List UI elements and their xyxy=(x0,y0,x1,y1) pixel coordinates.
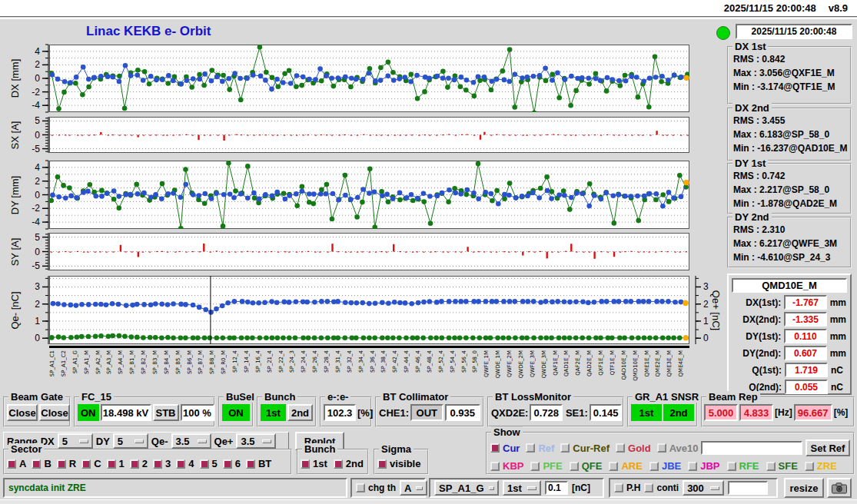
sector-checkbox[interactable]: 5 xyxy=(200,458,218,469)
show-beamline-checkbox[interactable]: ZRE xyxy=(805,460,837,472)
set-ref-button[interactable]: Set Ref xyxy=(806,439,850,456)
dx-plot-canvas[interactable] xyxy=(49,45,689,112)
gr-snsr-2nd-button[interactable]: 2nd xyxy=(663,404,694,421)
checkbox-label: ZRE xyxy=(817,460,837,472)
beam-rep-percent-unit: [%] xyxy=(834,407,849,418)
show-layer-checkbox[interactable]: Cur-Ref xyxy=(560,443,610,454)
stats-dy-1st: DY 1st RMS : 0.742 Max : 2.217@SP_58_0 M… xyxy=(727,163,852,214)
svg-text:1: 1 xyxy=(703,316,709,327)
conti-checkbox[interactable]: conti xyxy=(644,482,679,493)
xaxis-label: SP_B1_M xyxy=(129,350,135,374)
stats-dx-2nd: DX 2nd RMS : 3.455 Max : 6.183@SP_58_0 M… xyxy=(727,108,852,161)
sector-checkbox[interactable]: C xyxy=(81,458,101,469)
show-layer-checkbox[interactable]: Ref xyxy=(526,443,554,454)
bunch-checkbox[interactable]: 1st xyxy=(301,458,327,469)
threshold-input[interactable] xyxy=(545,481,568,495)
svg-text:4: 4 xyxy=(35,162,40,173)
sigma-group: Sigma visible xyxy=(374,449,429,475)
dy-axis-ticks: -4-2024 xyxy=(20,156,49,234)
show-beamline-checkbox[interactable]: SFE xyxy=(766,460,798,472)
min-label: Min : xyxy=(733,252,755,263)
dropdown-indicator xyxy=(416,486,423,490)
se1-value: 0.145 xyxy=(590,404,623,421)
checkbox-indicator xyxy=(7,459,16,469)
resize-button[interactable]: resize xyxy=(784,478,824,498)
sector-checkbox[interactable]: 3 xyxy=(153,458,171,469)
sector-checkbox[interactable]: B xyxy=(32,458,51,469)
bt-lossmonitor-group: BT LossMonitor QXD2E: 0.728 SE1: 0.145 xyxy=(487,396,624,427)
checkbox-label: Gold xyxy=(628,443,651,454)
beam-gate-close-2-button[interactable]: Close xyxy=(39,404,70,421)
show-layer-checkbox[interactable]: Cur xyxy=(490,443,520,454)
xaxis-label: SP_26_4 xyxy=(312,350,318,373)
bunch-2nd-button[interactable]: 2nd xyxy=(287,404,313,421)
monitor-row-value: -1.767 xyxy=(784,295,826,310)
monitor-row-label: DX(1st): xyxy=(732,297,781,308)
sector-checkbox[interactable]: R xyxy=(57,458,76,469)
bunch-1st-button[interactable]: 1st xyxy=(261,404,286,421)
screenshot-button[interactable] xyxy=(827,478,852,498)
device-select[interactable]: SP_A1_G xyxy=(434,480,499,496)
sigma-visible-checkbox[interactable]: visible xyxy=(377,458,420,469)
checkbox-indicator xyxy=(490,462,500,471)
sector-checkbox[interactable]: 4 xyxy=(176,458,194,469)
bunch-select[interactable]: 1st xyxy=(503,480,541,496)
gr-snsr-group: GR_A1 SNSR 1st 2nd xyxy=(627,396,698,427)
show-beamline-checkbox[interactable]: PFE xyxy=(530,460,562,472)
range-qep-select[interactable]: 3.5 xyxy=(236,433,276,449)
ph-checkbox[interactable]: P.H xyxy=(614,482,640,493)
range-qem-select[interactable]: 3.5 xyxy=(171,433,211,449)
fc15-on-button[interactable]: ON xyxy=(78,404,99,421)
sy-plot-canvas[interactable] xyxy=(49,233,689,270)
show-layer-checkbox[interactable]: Gold xyxy=(616,443,651,454)
show-beamline-checkbox[interactable]: JBP xyxy=(688,460,719,472)
checkbox-indicator xyxy=(130,459,139,469)
svg-text:0: 0 xyxy=(35,73,40,84)
beam-gate-close-1-button[interactable]: Close xyxy=(7,404,38,421)
monitor-row: DY(2nd): 0.607 mm xyxy=(732,346,846,360)
qe-plot-canvas[interactable] xyxy=(49,276,689,344)
range-dy-select[interactable]: 5 xyxy=(113,433,148,449)
sector-checkbox[interactable]: A xyxy=(7,458,26,469)
range-dx-select[interactable]: 5 xyxy=(58,433,93,449)
monitor-row-unit: mm xyxy=(830,314,846,325)
chg-th-panel: chg th A xyxy=(350,478,426,498)
checkbox-indicator xyxy=(377,459,387,469)
show-beamline-checkbox[interactable]: RFE xyxy=(727,460,759,472)
gr-snsr-1st-button[interactable]: 1st xyxy=(631,404,662,421)
show-beamline-checkbox[interactable]: ARE xyxy=(609,460,642,472)
show-beamline-checkbox[interactable]: JBE xyxy=(649,460,681,472)
show-beamline-checkbox[interactable]: QFE xyxy=(570,460,603,472)
dy-plot-canvas[interactable] xyxy=(49,161,689,229)
xaxis-label: SP_B5_M xyxy=(175,350,181,374)
fc15-stb-button[interactable]: STB xyxy=(153,404,179,421)
show-beamline-checkbox[interactable]: KBP xyxy=(490,460,523,472)
sy-axis-ticks: -505 xyxy=(20,228,49,275)
extra-input[interactable] xyxy=(728,481,768,495)
bunch-checkbox[interactable]: 2nd xyxy=(334,458,364,469)
che1-out-state[interactable]: OUT xyxy=(410,404,443,421)
checkbox-label: visible xyxy=(390,458,420,469)
xaxis-label: SP_38_4 xyxy=(380,350,387,373)
points-select[interactable]: 300 xyxy=(683,480,724,496)
sector-checkbox[interactable]: 1 xyxy=(107,458,125,469)
sx-plot-canvas[interactable] xyxy=(49,117,689,153)
checkbox-indicator xyxy=(644,483,653,492)
group-title: BuSel xyxy=(224,391,257,403)
sector-checkbox[interactable]: BT xyxy=(246,458,271,469)
ref-name-input[interactable] xyxy=(701,441,802,455)
sector-checkbox[interactable]: 2 xyxy=(130,458,148,469)
th-select[interactable]: A xyxy=(400,480,427,496)
xaxis-label: SP_A1_G xyxy=(72,350,78,373)
sector-checkbox[interactable]: 6 xyxy=(223,458,241,469)
checkbox-label: chg th xyxy=(368,482,396,493)
sx-axis-label: SX [A] xyxy=(9,121,21,149)
checkbox-label: P.H xyxy=(626,482,640,493)
xaxis-label: SP_12_4 xyxy=(232,350,238,373)
checkbox-label: ARE xyxy=(621,460,642,472)
show-layer-checkbox[interactable]: Ave10 xyxy=(657,443,699,454)
busel-on-button[interactable]: ON xyxy=(222,404,250,421)
chg-th-checkbox[interactable]: chg th xyxy=(356,482,396,493)
beam-rep-group: Beam Rep 5.000 4.833 [Hz] 96.667 [%] xyxy=(701,396,855,427)
xaxis-label: SP_B4_M xyxy=(164,350,170,374)
